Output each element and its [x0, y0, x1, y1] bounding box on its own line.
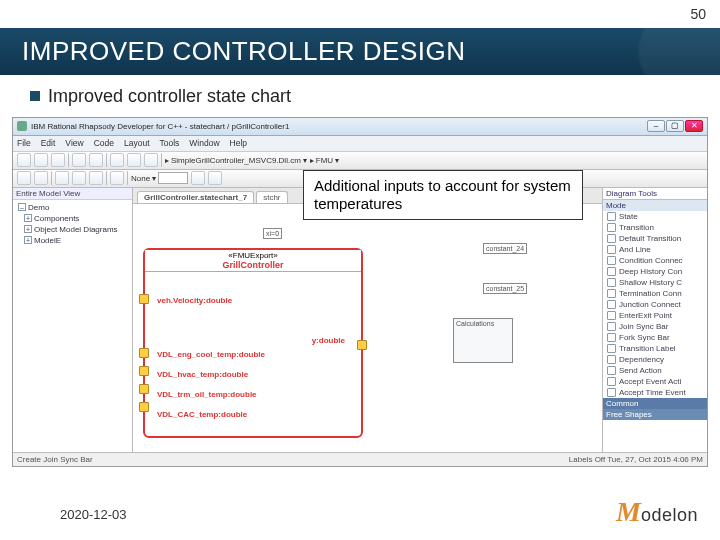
junction-icon: [607, 300, 616, 309]
footer-date: 2020-12-03: [60, 507, 127, 522]
port-label-hvac: VDL_hvac_temp:double: [157, 370, 248, 379]
tool-icon[interactable]: [110, 153, 124, 167]
separator: [127, 171, 128, 185]
menu-edit[interactable]: Edit: [41, 138, 56, 148]
footer-logo: Modelon: [616, 496, 698, 528]
slide-subtitle: Improved controller state chart: [0, 75, 720, 111]
palette-item[interactable]: Send Action: [603, 365, 707, 376]
diagram-palette[interactable]: Diagram Tools Mode State Transition Defa…: [602, 188, 707, 452]
tool-icon[interactable]: [89, 171, 103, 185]
menu-file[interactable]: File: [17, 138, 31, 148]
condition-icon: [607, 256, 616, 265]
tool-icon[interactable]: [191, 171, 205, 185]
expand-icon[interactable]: +: [24, 225, 32, 233]
palette-item[interactable]: Fork Sync Bar: [603, 332, 707, 343]
palette-group-mode[interactable]: Mode: [603, 200, 707, 211]
palette-item[interactable]: Transition: [603, 222, 707, 233]
port-label-y: y:double: [312, 336, 345, 345]
input-port[interactable]: [139, 384, 149, 394]
bullet-icon: [30, 91, 40, 101]
separator: [106, 171, 107, 185]
port-label-veh: veh.Velocity:double: [157, 296, 232, 305]
menu-window[interactable]: Window: [189, 138, 219, 148]
input-port[interactable]: [139, 294, 149, 304]
tab-statechart[interactable]: GrillController.statechart_7: [137, 191, 254, 203]
menu-help[interactable]: Help: [230, 138, 247, 148]
accept-time-icon: [607, 388, 616, 397]
palette-item[interactable]: Deep History Con: [603, 266, 707, 277]
status-bar: Create Join Sync Bar Labels Off Tue, 27,…: [13, 452, 707, 466]
tool-icon[interactable]: [55, 171, 69, 185]
tool-icon[interactable]: [17, 171, 31, 185]
deep-hist-icon: [607, 267, 616, 276]
palette-item[interactable]: Join Sync Bar: [603, 321, 707, 332]
close-button[interactable]: ✕: [685, 120, 703, 132]
fork-sync-icon: [607, 333, 616, 342]
menu-tools[interactable]: Tools: [160, 138, 180, 148]
input-port[interactable]: [139, 402, 149, 412]
ide-screenshot: IBM Rational Rhapsody Developer for C++ …: [12, 117, 708, 467]
menu-code[interactable]: Code: [94, 138, 114, 148]
palette-item[interactable]: State: [603, 211, 707, 222]
model-tree[interactable]: –Demo +Components +Object Model Diagrams…: [13, 200, 132, 248]
output-port[interactable]: [357, 340, 367, 350]
canvas-block-const24[interactable]: constant_24: [483, 243, 527, 254]
canvas-annot-xi0: xi=0: [263, 228, 282, 239]
app-icon: [17, 121, 27, 131]
menu-view[interactable]: View: [65, 138, 83, 148]
tool-icon[interactable]: [110, 171, 124, 185]
palette-item[interactable]: Accept Time Event: [603, 387, 707, 398]
block-stereotype: «FMUExport»: [146, 251, 360, 260]
canvas-block-calc[interactable]: Calculations: [453, 318, 513, 363]
subtitle-text: Improved controller state chart: [48, 86, 291, 106]
accept-event-icon: [607, 377, 616, 386]
minimize-button[interactable]: –: [647, 120, 665, 132]
status-right: Labels Off Tue, 27, Oct 2015 4:06 PM: [569, 455, 703, 464]
palette-item[interactable]: Termination Conn: [603, 288, 707, 299]
input-port[interactable]: [139, 348, 149, 358]
fmu-dropdown[interactable]: ▸ FMU ▾: [310, 156, 339, 165]
fmu-block[interactable]: «FMUExport» GrillController veh.Velocity…: [143, 248, 363, 438]
palette-item[interactable]: EnterExit Point: [603, 310, 707, 321]
tool-icon[interactable]: [72, 171, 86, 185]
palette-item[interactable]: And Line: [603, 244, 707, 255]
window-title: IBM Rational Rhapsody Developer for C++ …: [31, 122, 647, 131]
palette-item[interactable]: Transition Label: [603, 343, 707, 354]
tool-icon[interactable]: [89, 153, 103, 167]
config-dropdown[interactable]: ▸ SimpleGrillController_MSVC9.Dll.cm ▾: [165, 156, 307, 165]
model-explorer[interactable]: Entire Model View –Demo +Components +Obj…: [13, 188, 133, 452]
tool-icon[interactable]: [34, 153, 48, 167]
palette-title: Diagram Tools: [603, 188, 707, 200]
palette-item[interactable]: Default Transition: [603, 233, 707, 244]
palette-item[interactable]: Condition Connec: [603, 255, 707, 266]
palette-item[interactable]: Accept Event Acti: [603, 376, 707, 387]
none-select[interactable]: None ▾: [131, 172, 188, 184]
window-titlebar: IBM Rational Rhapsody Developer for C++ …: [13, 118, 707, 136]
diagram-canvas[interactable]: GrillController.statechart_7 stchr xi=0 …: [133, 188, 602, 452]
palette-item[interactable]: Dependency: [603, 354, 707, 365]
canvas-block-const25[interactable]: constant_25: [483, 283, 527, 294]
tool-icon[interactable]: [127, 153, 141, 167]
palette-group-shapes[interactable]: Free Shapes: [603, 409, 707, 420]
collapse-icon[interactable]: –: [18, 203, 26, 211]
menu-layout[interactable]: Layout: [124, 138, 150, 148]
tool-icon[interactable]: [17, 153, 31, 167]
palette-item[interactable]: Junction Connect: [603, 299, 707, 310]
palette-group-common[interactable]: Common: [603, 398, 707, 409]
menubar: File Edit View Code Layout Tools Window …: [13, 136, 707, 152]
expand-icon[interactable]: +: [24, 214, 32, 222]
tool-icon[interactable]: [72, 153, 86, 167]
input-port[interactable]: [139, 366, 149, 376]
tool-icon[interactable]: [51, 153, 65, 167]
tool-icon[interactable]: [208, 171, 222, 185]
palette-item[interactable]: Shallow History C: [603, 277, 707, 288]
tool-icon[interactable]: [34, 171, 48, 185]
separator: [106, 153, 107, 167]
tool-icon[interactable]: [144, 153, 158, 167]
view-label: Entire Model View: [13, 188, 132, 200]
join-sync-icon: [607, 322, 616, 331]
callout-box: Additional inputs to account for system …: [303, 170, 583, 220]
maximize-button[interactable]: ▢: [666, 120, 684, 132]
expand-icon[interactable]: +: [24, 236, 32, 244]
tab-stchr[interactable]: stchr: [256, 191, 287, 203]
